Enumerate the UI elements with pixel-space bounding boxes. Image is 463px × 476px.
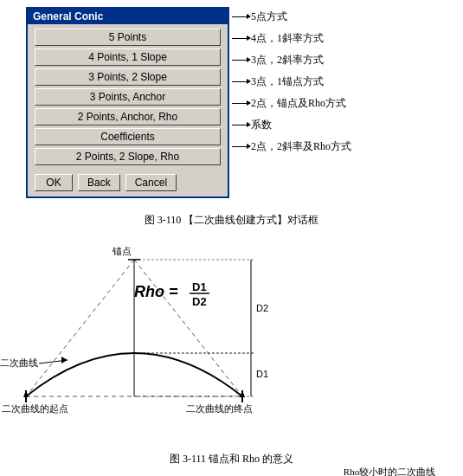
left-arrow (23, 390, 29, 397)
cancel-button[interactable]: Cancel (125, 174, 177, 191)
d1-label: D1 (256, 369, 268, 379)
curve-arrow-head (61, 357, 68, 363)
diagram-area: D2 D1 Rho = D1 D2 锚点 二次曲线 二次曲线的起点 二次曲线的终… (0, 232, 463, 422)
rho-formula-label: Rho = (134, 283, 178, 300)
end-label: 二次曲线的终点 (186, 403, 253, 414)
rho-small-label: Rho较小时的二次曲线 (333, 466, 446, 476)
rho-d1: D1 (192, 280, 207, 293)
fig111-caption: 图 3-111 锚点和 Rho 的意义 (0, 452, 463, 466)
label-text-4: 2点，锚点及Rho方式 (251, 96, 346, 111)
arrow-6 (232, 146, 248, 147)
back-button[interactable]: Back (78, 174, 120, 191)
label-area: 5点方式 4点，1斜率方式 3点，2斜率方式 3点，1锚点方式 2点，锚点及Rh… (232, 7, 351, 156)
rho-d2: D2 (192, 295, 207, 308)
arrow-3 (232, 81, 248, 82)
arrow-0 (232, 16, 248, 17)
label-row-0: 5点方式 (232, 7, 351, 26)
btn-3points-2slope[interactable]: 3 Points, 2 Slope (35, 68, 221, 86)
btn-2points-2slope-rho[interactable]: 2 Points, 2 Slope, Rho (35, 148, 221, 165)
curve-text: 二次曲线 (0, 357, 38, 368)
label-row-2: 3点，2斜率方式 (232, 50, 351, 69)
d2-label: D2 (256, 303, 268, 313)
label-row-6: 2点，2斜率及Rho方式 (232, 137, 351, 156)
dialog-body: 5 Points 4 Points, 1 Slope 3 Points, 2 S… (28, 24, 228, 170)
general-conic-dialog: General Conic 5 Points 4 Points, 1 Slope… (26, 7, 229, 198)
ok-button[interactable]: OK (35, 174, 73, 191)
label-row-3: 3点，1锚点方式 (232, 72, 351, 91)
dialog-title: General Conic (28, 9, 228, 24)
arrow-5 (232, 125, 248, 125)
fig110-caption: 图 3-110 【二次曲线创建方式】对话框 (0, 213, 463, 228)
triangle-right-line (134, 260, 242, 396)
anchor-text: 锚点 (112, 246, 132, 256)
label-text-2: 3点，2斜率方式 (251, 53, 324, 68)
label-row-4: 2点，锚点及Rho方式 (232, 93, 351, 113)
btn-4points-1slope[interactable]: 4 Points, 1 Slope (35, 48, 221, 66)
label-row-1: 4点，1斜率方式 (232, 29, 351, 48)
arrow-1 (232, 38, 248, 39)
arrow-4 (232, 103, 248, 104)
rho-panel: Rho较小时的二次曲线 Rho较大时的二次曲线 (333, 466, 446, 476)
label-text-6: 2点，2斜率及Rho方式 (251, 139, 351, 154)
btn-2points-anchor-rho[interactable]: 2 Points, Anchor, Rho (35, 108, 221, 125)
triangle-left-line (26, 260, 134, 396)
btn-3points-anchor[interactable]: 3 Points, Anchor (35, 88, 221, 106)
start-label: 二次曲线的起点 (2, 403, 68, 414)
label-row-5: 系数 (232, 115, 351, 134)
dialog-footer: OK Back Cancel (28, 170, 228, 196)
diagram-svg: D2 D1 Rho = D1 D2 锚点 二次曲线 二次曲线的起点 二次曲线的终… (0, 232, 325, 421)
label-text-5: 系数 (251, 118, 272, 132)
btn-coefficients[interactable]: Coefficients (35, 128, 221, 145)
label-text-1: 4点，1斜率方式 (251, 31, 324, 46)
label-text-0: 5点方式 (251, 10, 287, 24)
label-text-3: 3点，1锚点方式 (251, 74, 324, 89)
btn-5points[interactable]: 5 Points (35, 29, 221, 46)
dialog-container: General Conic 5 Points 4 Points, 1 Slope… (26, 7, 229, 198)
arrow-2 (232, 60, 248, 61)
